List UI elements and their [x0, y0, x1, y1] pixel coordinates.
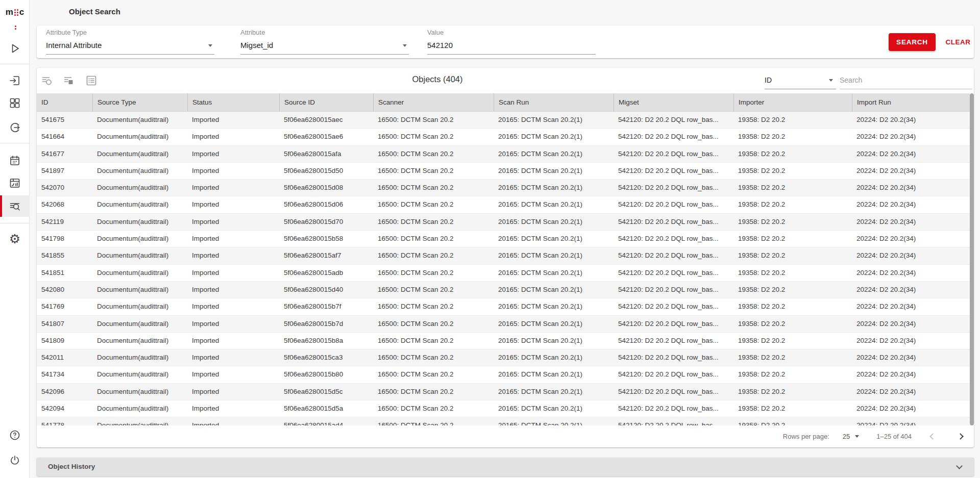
cell-importer: 19358: D2 20.2 [733, 129, 852, 145]
rows-per-page-value: 25 [843, 433, 850, 440]
table-scrollbar[interactable] [970, 93, 974, 425]
cell-importer: 19358: D2 20.2 [733, 298, 852, 315]
object-history-expander[interactable]: Object History [37, 458, 974, 476]
table-row[interactable]: 541675Documentum(audittrail)Imported5f06… [37, 112, 970, 129]
cell-source-type: Documentum(audittrail) [92, 333, 187, 349]
cell-importer: 19358: D2 20.2 [733, 146, 852, 162]
chevron-down-icon [956, 463, 963, 469]
apps-grid-icon[interactable] [0, 92, 30, 114]
table-row[interactable]: 541851Documentum(audittrail)Imported5f06… [37, 265, 970, 282]
cell-scanner: 16500: DCTM Scan 20.2 [373, 384, 494, 400]
cell-id: 542094 [37, 400, 92, 417]
cell-scan-run: 20165: DCTM Scan 20.2(1) [494, 214, 614, 230]
cell-importer: 19358: D2 20.2 [733, 417, 852, 425]
rows-per-page-label: Rows per page: [783, 433, 829, 440]
column-header-source-type[interactable]: Source Type [92, 93, 187, 111]
attribute-type-value: Internal Attribute [46, 41, 102, 49]
cell-import-run: 20224: D2 20.2(34) [852, 298, 970, 315]
checklist-icon[interactable] [85, 74, 97, 87]
logout-icon[interactable] [0, 117, 30, 138]
table-row[interactable]: 542068Documentum(audittrail)Imported5f06… [37, 196, 970, 213]
table-row[interactable]: 541734Documentum(audittrail)Imported5f06… [37, 366, 970, 383]
table-search-input[interactable] [840, 71, 972, 89]
table-row[interactable]: 541778Documentum(audittrail)Imported5f06… [37, 417, 970, 425]
cell-scan-run: 20165: DCTM Scan 20.2(1) [494, 282, 614, 298]
cell-migset: 542120: D2 20.2 DQL row_bas... [614, 247, 733, 264]
play-icon[interactable] [0, 38, 30, 59]
cell-migset: 542120: D2 20.2 DQL row_bas... [614, 384, 733, 400]
table-row[interactable]: 542096Documentum(audittrail)Imported5f06… [37, 384, 970, 400]
cell-importer: 19358: D2 20.2 [733, 282, 852, 298]
cell-importer: 19358: D2 20.2 [733, 316, 852, 332]
cell-importer: 19358: D2 20.2 [733, 180, 852, 196]
sidebar-divider [0, 223, 30, 223]
cell-import-run: 20224: D2 20.2(34) [852, 247, 970, 264]
cell-status: Imported [187, 163, 279, 179]
table-row[interactable]: 541769Documentum(audittrail)Imported5f06… [37, 298, 970, 315]
table-search-field [840, 71, 972, 89]
help-icon[interactable] [0, 424, 30, 446]
table-row[interactable]: 541855Documentum(audittrail)Imported5f06… [37, 247, 970, 264]
cell-importer: 19358: D2 20.2 [733, 247, 852, 264]
table-row[interactable]: 542070Documentum(audittrail)Imported5f06… [37, 180, 970, 196]
cell-import-run: 20224: D2 20.2(34) [852, 163, 970, 179]
column-header-import-run[interactable]: Import Run [852, 93, 970, 111]
table-row[interactable]: 541897Documentum(audittrail)Imported5f06… [37, 163, 970, 180]
cell-import-run: 20224: D2 20.2(34) [852, 400, 970, 417]
search-button[interactable]: SEARCH [889, 33, 936, 51]
table-row[interactable]: 541677Documentum(audittrail)Imported5f06… [37, 146, 970, 163]
cell-source-type: Documentum(audittrail) [92, 349, 187, 366]
cell-migset: 542120: D2 20.2 DQL row_bas... [614, 366, 733, 383]
table-row[interactable]: 542094Documentum(audittrail)Imported5f06… [37, 400, 970, 417]
cell-source-type: Documentum(audittrail) [92, 214, 187, 230]
filter-column-select[interactable]: ID [765, 71, 836, 89]
attribute-label: Attribute [240, 29, 409, 36]
table-row[interactable]: 542080Documentum(audittrail)Imported5f06… [37, 282, 970, 298]
object-search-icon[interactable] [0, 195, 30, 217]
column-header-id[interactable]: ID [37, 93, 92, 111]
settings-gear-icon[interactable]: ⚙ [0, 228, 30, 249]
column-header-source-id[interactable]: Source ID [279, 93, 373, 111]
value-field[interactable]: Value 542120 [427, 29, 596, 36]
cell-source-id: 5f06ea6280015d5c [279, 384, 373, 400]
cell-migset: 542120: D2 20.2 DQL row_bas... [614, 214, 733, 230]
next-page-button[interactable] [953, 430, 967, 443]
attribute-select[interactable]: Attribute Migset_id [240, 29, 409, 36]
table-row[interactable]: 542011Documentum(audittrail)Imported5f06… [37, 349, 970, 366]
table-row[interactable]: 542119Documentum(audittrail)Imported5f06… [37, 214, 970, 231]
cell-import-run: 20224: D2 20.2(34) [852, 349, 970, 366]
cell-scanner: 16500: DCTM Scan 20.2 [373, 298, 494, 315]
cell-id: 542119 [37, 214, 92, 230]
table-row[interactable]: 541809Documentum(audittrail)Imported5f06… [37, 333, 970, 349]
cell-status: Imported [187, 400, 279, 417]
list-circle-icon[interactable] [41, 74, 53, 87]
cell-migset: 542120: D2 20.2 DQL row_bas... [614, 400, 733, 417]
cell-scan-run: 20165: DCTM Scan 20.2(1) [494, 163, 614, 179]
rows-per-page-select[interactable]: 25 [843, 433, 859, 440]
cell-source-id: 5f06ea6280015adb [279, 265, 373, 281]
table-row[interactable]: 541798Documentum(audittrail)Imported5f06… [37, 231, 970, 247]
list-square-icon[interactable] [63, 74, 75, 87]
attribute-type-select[interactable]: Attribute Type Internal Attribute [46, 29, 214, 36]
column-header-migset[interactable]: Migset [614, 93, 733, 111]
clear-button[interactable]: CLEAR [941, 33, 975, 51]
cell-scan-run: 20165: DCTM Scan 20.2(1) [494, 333, 614, 349]
cell-status: Imported [187, 282, 279, 298]
table-row[interactable]: 541664Documentum(audittrail)Imported5f06… [37, 129, 970, 145]
report-chart-icon[interactable] [0, 172, 30, 194]
cell-status: Imported [187, 180, 279, 196]
table-row[interactable]: 541807Documentum(audittrail)Imported5f06… [37, 316, 970, 333]
column-header-scan-run[interactable]: Scan Run [494, 93, 614, 111]
power-icon[interactable] [0, 449, 30, 471]
prev-page-button[interactable] [926, 430, 939, 443]
cell-migset: 542120: D2 20.2 DQL row_bas... [614, 129, 733, 145]
cell-source-id: 5f06ea6280015d50 [279, 163, 373, 179]
calendar-icon[interactable] [0, 150, 30, 171]
login-icon[interactable] [0, 70, 30, 91]
cell-status: Imported [187, 298, 279, 315]
cell-source-id: 5f06ea6280015d40 [279, 282, 373, 298]
column-header-importer[interactable]: Importer [733, 93, 852, 111]
cell-source-type: Documentum(audittrail) [92, 163, 187, 179]
column-header-scanner[interactable]: Scanner [373, 93, 494, 111]
column-header-status[interactable]: Status [187, 93, 279, 111]
